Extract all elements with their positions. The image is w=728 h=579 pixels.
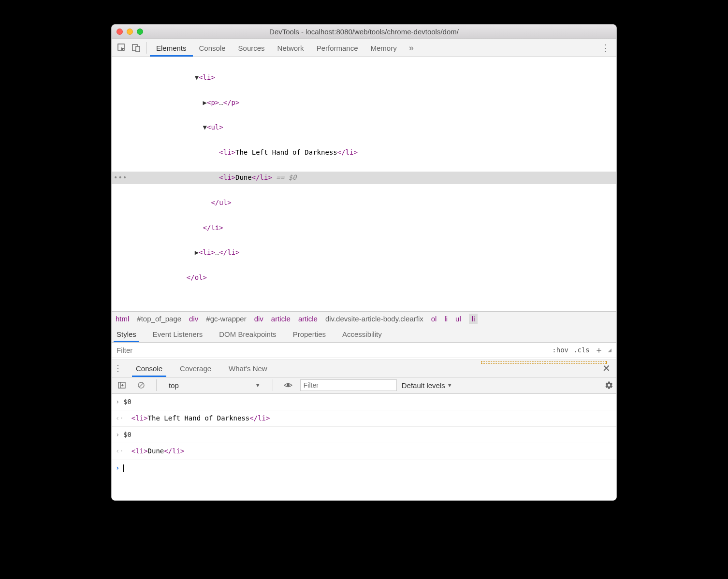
dom-tag[interactable]: <li> xyxy=(199,248,215,256)
styles-filter-bar: :hov .cls ＋ ◢ xyxy=(112,343,616,358)
tab-elements[interactable]: Elements xyxy=(150,39,193,57)
console-input-text: $0 xyxy=(123,429,131,441)
tab-network[interactable]: Network xyxy=(271,39,310,57)
crumb[interactable]: ul xyxy=(455,315,461,323)
resize-corner-icon[interactable]: ◢ xyxy=(608,347,612,353)
drawer-menu-kebab-icon[interactable]: ⋮ xyxy=(114,363,122,374)
traffic-lights xyxy=(116,29,143,35)
main-menu-kebab-icon[interactable]: ⋮ xyxy=(597,43,613,53)
dom-tag[interactable]: <li> xyxy=(219,148,235,156)
devtools-window: DevTools - localhost:8080/web/tools/chro… xyxy=(111,24,617,501)
subtab-accessibility[interactable]: Accessibility xyxy=(339,326,385,342)
console-sidebar-toggle-icon[interactable] xyxy=(115,378,129,392)
svg-point-6 xyxy=(287,384,290,387)
drawer-tab-console[interactable]: Console xyxy=(132,360,166,377)
dom-tag[interactable]: <p> xyxy=(207,99,219,106)
console-prompt-row[interactable]: › xyxy=(112,460,616,476)
drawer-tab-coverage[interactable]: Coverage xyxy=(176,360,215,377)
main-toolbar: Elements Console Sources Network Perform… xyxy=(112,39,616,57)
crumb[interactable]: html xyxy=(116,315,129,323)
crumb[interactable]: #top_of_page xyxy=(137,315,181,323)
log-levels-selector[interactable]: Default levels ▼ xyxy=(402,381,452,390)
separator xyxy=(273,379,273,391)
crumb[interactable]: article xyxy=(298,315,318,323)
tab-memory[interactable]: Memory xyxy=(364,39,403,57)
prompt-chevron-icon: › xyxy=(116,462,123,474)
new-style-rule-icon[interactable]: ＋ xyxy=(595,344,603,356)
hov-toggle[interactable]: :hov xyxy=(552,346,568,354)
dom-text[interactable]: Dune xyxy=(235,174,252,181)
crumb[interactable]: div xyxy=(254,315,263,323)
crumb[interactable]: div xyxy=(189,315,198,323)
crumb[interactable]: ol xyxy=(431,315,437,323)
input-chevron-icon: › xyxy=(116,396,123,408)
dom-dollar0: == $0 xyxy=(272,174,297,181)
svg-rect-0 xyxy=(118,44,124,50)
input-chevron-icon: › xyxy=(116,429,123,441)
live-expression-eye-icon[interactable] xyxy=(281,378,295,392)
styles-filter-input[interactable] xyxy=(112,343,547,358)
out-tag: <li> xyxy=(131,447,148,455)
console-toolbar: top ▼ Default levels ▼ xyxy=(112,377,616,394)
element-style-placeholder xyxy=(481,361,607,364)
crumb[interactable]: #gc-wrapper xyxy=(206,315,246,323)
panel-tabs: Elements Console Sources Network Perform… xyxy=(150,39,420,57)
drawer-tab-whatsnew[interactable]: What's New xyxy=(225,360,271,377)
dom-tag: </li> xyxy=(252,174,272,181)
cls-toggle[interactable]: .cls xyxy=(573,346,590,354)
zoom-window-button[interactable] xyxy=(137,29,143,35)
dom-text[interactable]: The Left Hand of Darkness xyxy=(235,148,337,156)
crumb[interactable]: div.devsite-article-body.clearfix xyxy=(325,315,423,323)
out-tag: </li> xyxy=(249,414,270,422)
clear-console-icon[interactable] xyxy=(134,378,148,392)
separator xyxy=(156,379,157,391)
dom-tag[interactable]: <ul> xyxy=(207,123,223,131)
console-settings-gear-icon[interactable] xyxy=(605,381,613,390)
crumb[interactable]: li xyxy=(444,315,448,323)
subtab-properties[interactable]: Properties xyxy=(290,326,329,342)
dom-tag[interactable]: <li> xyxy=(219,174,235,181)
breadcrumbs: html #top_of_page div #gc-wrapper div ar… xyxy=(112,311,616,326)
dropdown-triangle-icon: ▼ xyxy=(255,382,261,388)
toolbar-separator xyxy=(146,42,147,54)
context-name: top xyxy=(169,381,179,390)
subtab-styles[interactable]: Styles xyxy=(114,326,139,342)
close-drawer-icon[interactable]: ✕ xyxy=(598,362,614,374)
tab-performance[interactable]: Performance xyxy=(310,39,364,57)
svg-rect-2 xyxy=(136,46,140,52)
levels-label: Default levels xyxy=(402,381,445,390)
tab-console[interactable]: Console xyxy=(193,39,232,57)
gutter-dots-icon[interactable]: ••• xyxy=(114,172,127,184)
close-window-button[interactable] xyxy=(116,29,123,35)
crumb-current[interactable]: li xyxy=(469,314,478,324)
more-tabs-chevron-icon[interactable]: » xyxy=(403,43,420,53)
dom-tag: </p> xyxy=(223,99,240,106)
dom-tree[interactable]: ▼<li> ▶<p>…</p> ▼<ul> <li>The Left Hand … xyxy=(112,57,616,311)
subtab-dom-breakpoints[interactable]: DOM Breakpoints xyxy=(216,326,279,342)
dom-ellipsis[interactable]: … xyxy=(219,99,223,106)
titlebar: DevTools - localhost:8080/web/tools/chro… xyxy=(112,25,616,39)
dom-tag: </li> xyxy=(337,148,358,156)
dom-tag: </ul> xyxy=(211,199,231,206)
dom-tag[interactable]: <li> xyxy=(199,73,215,81)
console-output-row[interactable]: ‹· <li>Dune</li> xyxy=(112,443,616,460)
subtab-event-listeners[interactable]: Event Listeners xyxy=(150,326,205,342)
minimize-window-button[interactable] xyxy=(127,29,133,35)
console-input-row[interactable]: › $0 xyxy=(112,427,616,443)
output-chevron-icon: ‹· xyxy=(116,445,123,457)
dropdown-triangle-icon: ▼ xyxy=(447,382,452,388)
tab-sources[interactable]: Sources xyxy=(232,39,271,57)
dom-selected-row[interactable]: ••• <li>Dune</li> == $0 xyxy=(112,172,616,184)
crumb[interactable]: article xyxy=(271,315,291,323)
console-body[interactable]: › $0 ‹· <li>The Left Hand of Darkness</l… xyxy=(112,394,616,500)
device-toggle-icon[interactable] xyxy=(129,41,144,55)
dom-tag: </ol> xyxy=(187,274,207,281)
console-filter-input[interactable] xyxy=(300,379,397,391)
window-title: DevTools - localhost:8080/web/tools/chro… xyxy=(116,28,612,36)
text-caret xyxy=(123,464,124,472)
context-selector[interactable]: top ▼ xyxy=(164,380,265,391)
console-output-row[interactable]: ‹· <li>The Left Hand of Darkness</li> xyxy=(112,410,616,427)
svg-line-5 xyxy=(139,383,143,387)
console-input-row[interactable]: › $0 xyxy=(112,394,616,410)
inspect-element-icon[interactable] xyxy=(115,41,129,55)
